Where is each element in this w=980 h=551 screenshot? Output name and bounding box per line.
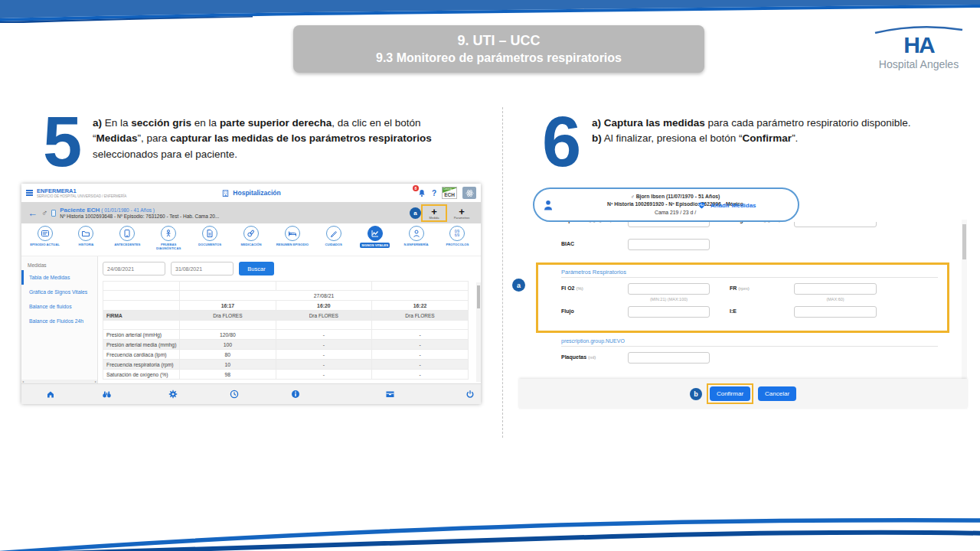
- app-screenshot-anadir-medidas: ♂ Bjorn Ibsen (11/07/1970 - 51 Años) Nº …: [519, 185, 967, 409]
- field-label-biac: BIAC: [561, 241, 574, 246]
- ech-conecta-text: Conecta: [443, 187, 452, 191]
- ech-logo[interactable]: Conecta ECH: [442, 187, 457, 199]
- menu-icon[interactable]: [26, 189, 33, 197]
- form-scrollbar[interactable]: [962, 220, 967, 380]
- nav-pruebas-diagnosticas[interactable]: PRUEBAS DIAGNÓSTICAS: [149, 226, 189, 256]
- ie-input[interactable]: [794, 306, 877, 318]
- patient-bar: ← ♂ Paciente ECH ( 01/01/1980 - 41 Años …: [21, 202, 481, 223]
- hospital-angeles-logo: HA Hospital Angeles: [869, 23, 969, 70]
- clock-icon[interactable]: [230, 390, 239, 399]
- atom-app-icon[interactable]: [462, 187, 476, 199]
- binoculars-icon[interactable]: [102, 390, 112, 399]
- cancelar-button[interactable]: Cancelar: [758, 386, 796, 401]
- add-medida-label: Medida: [424, 217, 444, 220]
- vertical-scrollbar[interactable]: [476, 282, 481, 382]
- row-value: -: [276, 370, 371, 380]
- gender-icon: ♂: [631, 194, 635, 199]
- row-value: -: [276, 340, 371, 350]
- field-label-plaquetas: Plaquetas (ml): [561, 354, 596, 360]
- firma-cell: Dra FLORES: [372, 311, 469, 321]
- nav-resumen-episodio[interactable]: RESUMEN EPISODIO: [272, 226, 312, 256]
- plaquetas-input[interactable]: [628, 352, 710, 364]
- date-to-input[interactable]: [171, 262, 234, 276]
- sidebar-header: Medidas: [21, 260, 97, 270]
- date-from-input[interactable]: [103, 262, 165, 276]
- field-label-nitroglicerina: Nitroglicerina (µg/min): [727, 222, 780, 223]
- nav-documentos[interactable]: DOCUMENTOS: [190, 226, 230, 256]
- fio2-input[interactable]: [628, 283, 710, 295]
- table-row: Saturación de oxígeno (%) 98 - -: [103, 370, 469, 380]
- section-nav: EPISODIO ACTUAL HISTORIA ANTECEDENTES PR…: [21, 223, 481, 256]
- time-cell: 16:22: [372, 301, 469, 311]
- add-medida-button[interactable]: + Medida: [424, 207, 444, 220]
- buscar-button[interactable]: Buscar: [239, 262, 274, 276]
- patient-name: Paciente ECH: [60, 207, 100, 214]
- help-icon[interactable]: ?: [432, 189, 436, 197]
- slide-title-line2: 9.3 Monitoreo de parámetros respiratorio…: [293, 51, 704, 65]
- patient-age: ( 01/01/1980 - 41 Años ): [101, 207, 155, 213]
- add-measures-header[interactable]: Añadir Medidas: [697, 201, 756, 210]
- fr-hint: (MAX:60): [794, 297, 877, 302]
- medida-highlight-box: + Medida: [421, 204, 447, 222]
- table-row: Presión arterial (mmHg) 120/80 - -: [103, 330, 469, 340]
- patient-name-line: Bjorn Ibsen (11/07/1970 - 51 Años): [636, 194, 720, 199]
- confirmar-button[interactable]: Confirmar: [710, 386, 750, 401]
- dopamina-input[interactable]: [628, 222, 710, 227]
- param-button-wrap: + Parametros: [452, 207, 472, 220]
- confirm-highlight-box: Confirmar: [707, 383, 753, 404]
- nitroglicerina-input[interactable]: [794, 222, 877, 227]
- nav-n-enfermeria[interactable]: N.ENFERMERÍA: [396, 226, 436, 256]
- ech-text: ECH: [444, 192, 455, 198]
- row-value: -: [372, 350, 469, 360]
- gear-icon[interactable]: [168, 390, 178, 399]
- power-icon[interactable]: [466, 390, 475, 399]
- row-value: -: [276, 360, 371, 370]
- top-band-decoration: [0, 0, 980, 23]
- sidebar-item-tabla-de-medidas[interactable]: Tabla de Medidas: [21, 270, 97, 285]
- step5-seg: ”, para: [138, 132, 171, 144]
- notifications[interactable]: 8: [417, 188, 426, 198]
- app-screenshot-signos-vitales: ENFERMERA1 SERVICIO DE HOSPITAL UNIVERSI…: [21, 184, 481, 404]
- tablet-icon: [122, 229, 132, 238]
- measures-main: Buscar 27/08/21 16:17 16:20 16:22 FIRMA …: [98, 256, 481, 383]
- archive-icon[interactable]: [385, 390, 395, 399]
- sidebar-item-balance-fluidos[interactable]: Balance de fluidos: [21, 299, 97, 314]
- sidebar-item-grafica-signos-vitales[interactable]: Gráfica de Signos Vitales: [21, 285, 97, 299]
- row-value: -: [372, 360, 469, 370]
- step6-number: 6: [542, 112, 581, 171]
- nav-medicacion[interactable]: MEDICACIÓN: [230, 226, 271, 256]
- nav-historia[interactable]: HISTORIA: [66, 226, 106, 256]
- step5-seg: capturar las medidas de los parámetros r…: [170, 132, 431, 144]
- nav-cuidados[interactable]: CUIDADOS: [313, 226, 354, 256]
- username: ENFERMERA1: [37, 187, 126, 194]
- field-label-dopamina: Dopamina (µg/kg/min): [561, 222, 612, 223]
- row-label: Frecuencia cardiaca (lpm): [103, 350, 180, 360]
- add-parametros-label: Parametros: [452, 217, 472, 220]
- nav-antecedentes[interactable]: ANTECEDENTES: [107, 226, 148, 256]
- app1-bottombar: [21, 383, 481, 404]
- biac-input[interactable]: [628, 239, 710, 250]
- patient-info: Paciente ECH ( 01/01/1980 - 41 Años ) Nº…: [60, 207, 219, 219]
- nurse-icon: [412, 229, 421, 238]
- step5-seg: seleccionados para el paciente.: [93, 148, 237, 160]
- table-row-firma: FIRMA Dra FLORES Dra FLORES Dra FLORES: [103, 311, 469, 321]
- nav-protocolos[interactable]: 0/96/9 PROTOCOLOS: [437, 226, 478, 256]
- row-value: 10: [180, 360, 276, 370]
- back-arrow-icon[interactable]: ←: [28, 208, 38, 218]
- sidebar-item-balance-fluidos-24h[interactable]: Balance de Fluidos 24h: [21, 314, 97, 328]
- info-icon[interactable]: [291, 390, 300, 399]
- service-name: SERVICIO DE HOSPITAL UNIVERSIDAD / ENFER…: [37, 194, 126, 198]
- module-name: Hospitalización: [233, 189, 280, 197]
- fr-input[interactable]: [794, 283, 877, 295]
- flujo-input[interactable]: [628, 306, 710, 318]
- table-row-date: 27/08/21: [103, 291, 469, 301]
- row-label: Presión arterial (mmHg): [103, 330, 180, 340]
- nav-episodio-actual[interactable]: EPISODIO ACTUAL: [24, 226, 65, 256]
- nav-signos-vitales[interactable]: SIGNOS VITALES: [354, 226, 395, 256]
- step5-text: a) En la sección gris en la parte superi…: [93, 116, 459, 162]
- step6-seg: ”.: [792, 132, 798, 144]
- field-label-flujo: Flujo: [561, 308, 574, 314]
- add-parametros-button[interactable]: + Parametros: [452, 207, 472, 220]
- home-icon[interactable]: [46, 390, 55, 399]
- patient-doc-icon: [51, 210, 56, 217]
